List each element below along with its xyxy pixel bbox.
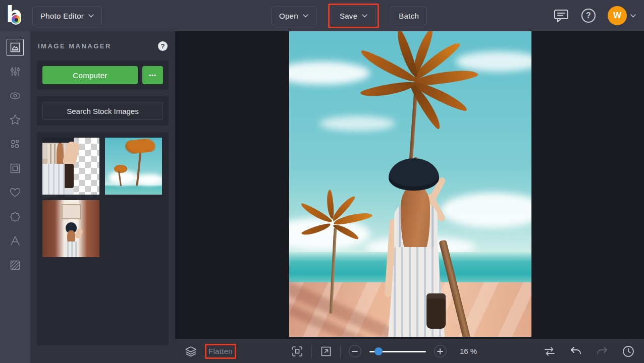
canvas-image[interactable] — [289, 31, 531, 337]
sun-hat — [389, 158, 439, 191]
panel-help-button[interactable]: ? — [158, 41, 168, 51]
cloud — [289, 62, 370, 85]
badge-icon — [9, 211, 21, 223]
cloud — [289, 218, 370, 250]
open-label: Open — [279, 12, 298, 20]
canvas-stage[interactable] — [175, 31, 644, 339]
cloud — [456, 51, 531, 72]
open-button[interactable]: Open — [271, 7, 316, 25]
thumbnail-palm-trees[interactable] — [105, 138, 162, 195]
more-sources-button[interactable]: ••• — [142, 66, 163, 84]
mountain-photo-icon — [9, 41, 21, 53]
zoom-out-button[interactable] — [349, 345, 361, 357]
zoom-slider[interactable] — [369, 347, 426, 356]
canvas-toolbar: Flatten — [175, 339, 644, 363]
search-stock-images-button[interactable]: Search Stock Images — [42, 102, 163, 120]
app-header: b Photo Editor Open Save Batch — [0, 0, 644, 31]
feedback-chat-button[interactable] — [553, 8, 569, 23]
logo-color-wheel-icon — [11, 14, 21, 25]
editor-main: Flatten — [175, 31, 644, 363]
zoom-level-value: 16 % — [460, 347, 484, 355]
circles-cluster-icon — [9, 138, 22, 151]
chevron-down-icon — [88, 14, 94, 18]
question-mark-icon: ? — [161, 42, 165, 50]
undo-button[interactable] — [569, 346, 582, 357]
layers-button[interactable] — [184, 345, 197, 357]
thumb-palm-fronds-small — [114, 165, 127, 173]
avatar: W — [608, 6, 627, 25]
star-icon — [9, 113, 22, 127]
question-mark-icon: ? — [586, 11, 591, 20]
compare-arrows-icon — [543, 346, 556, 357]
batch-label: Batch — [399, 12, 419, 20]
history-button[interactable] — [622, 345, 635, 358]
header-center-actions: Open Save Batch — [271, 7, 427, 25]
help-button[interactable]: ? — [581, 9, 596, 23]
history-clock-icon — [622, 345, 635, 358]
chevron-down-icon — [303, 14, 308, 18]
sidebar-item-graphics[interactable] — [7, 208, 24, 225]
photo-editor-app: b Photo Editor Open Save Batch — [0, 0, 644, 363]
palm-frond — [360, 80, 416, 99]
chevron-down-icon — [362, 14, 367, 18]
header-right-actions: ? W — [553, 6, 636, 25]
alley-window — [63, 205, 80, 218]
thumbnail-grid — [42, 138, 163, 257]
save-label: Save — [340, 12, 357, 20]
eye-icon — [9, 90, 22, 102]
thumbnail-brick-alley[interactable] — [42, 200, 99, 257]
flatten-button[interactable]: Flatten — [208, 347, 233, 355]
sidebar-item-edit[interactable] — [7, 63, 24, 80]
app-switcher-menu[interactable]: Photo Editor — [32, 7, 102, 25]
sidebar-item-touch-up[interactable] — [7, 136, 24, 153]
redo-icon — [596, 346, 609, 357]
texture-icon — [9, 259, 21, 271]
open-in-new-icon — [320, 345, 332, 357]
save-button[interactable]: Save — [332, 7, 375, 25]
upload-source-section: Computer ••• — [37, 60, 169, 90]
redo-button[interactable] — [596, 346, 609, 357]
sidebar-item-effects[interactable] — [7, 87, 24, 104]
sidebar-item-image-manager[interactable] — [7, 39, 24, 56]
zoom-slider-knob[interactable] — [374, 347, 383, 355]
frame-icon — [9, 162, 21, 174]
thumbnails-section — [37, 132, 169, 345]
fit-to-screen-button[interactable] — [291, 345, 303, 357]
layers-icon — [184, 345, 197, 357]
toolbar-history-group — [543, 345, 635, 358]
thumbnail-woman-cutout[interactable] — [42, 138, 99, 195]
toolbar-divider — [311, 345, 312, 358]
chevron-down-icon — [630, 14, 636, 18]
tools-rail — [0, 31, 30, 363]
shoulder-bag — [426, 293, 446, 329]
befunky-logo[interactable]: b — [6, 6, 25, 26]
thumb-cloud — [108, 171, 138, 184]
sidebar-item-textures[interactable] — [7, 257, 24, 274]
palm-frond — [326, 190, 335, 219]
image-manager-panel: IMAGE MANAGER ? Computer ••• Search Stoc… — [30, 31, 175, 363]
computer-upload-button[interactable]: Computer — [42, 66, 138, 84]
cloud — [441, 193, 531, 228]
zoom-in-button[interactable] — [434, 345, 447, 357]
fullscreen-button[interactable] — [320, 345, 332, 357]
save-button-wrapper: Save — [332, 7, 375, 25]
account-menu[interactable]: W — [608, 6, 636, 25]
toolbar-left: Flatten — [184, 345, 233, 357]
thumb-cloud — [135, 174, 162, 185]
sidebar-item-overlays[interactable] — [7, 184, 24, 201]
sidebar-item-artsy[interactable] — [7, 111, 24, 129]
sliders-icon — [9, 66, 21, 78]
avatar-initial: W — [613, 11, 621, 21]
thumb-palm-fronds — [125, 138, 155, 155]
stock-search-section: Search Stock Images — [37, 96, 169, 126]
toolbar-zoom-group: 16 % — [291, 345, 484, 358]
panel-title: IMAGE MANAGER — [38, 42, 112, 50]
panel-header: IMAGE MANAGER ? — [37, 31, 169, 60]
compare-button[interactable] — [543, 346, 556, 357]
heart-icon — [9, 187, 22, 199]
sidebar-item-frames[interactable] — [7, 160, 24, 177]
batch-button[interactable]: Batch — [391, 7, 427, 25]
sidebar-item-text[interactable] — [7, 232, 24, 250]
app-switcher-label: Photo Editor — [40, 12, 84, 20]
minus-icon — [352, 348, 358, 354]
